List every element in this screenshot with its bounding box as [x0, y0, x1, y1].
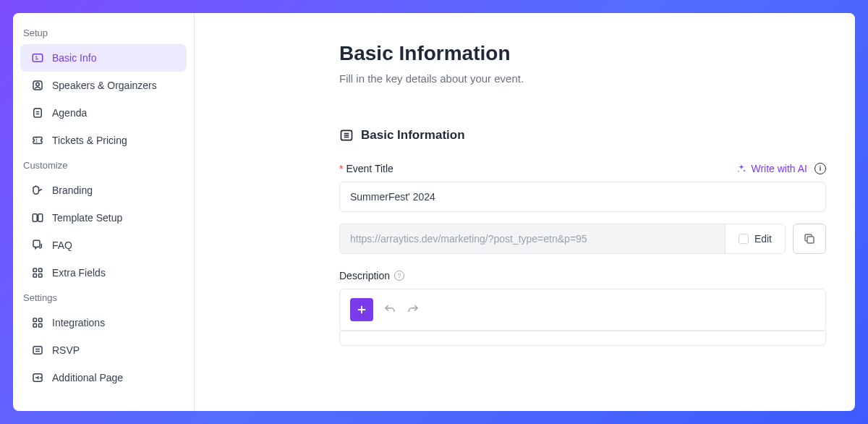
page-icon: [30, 370, 45, 385]
svg-point-2: [36, 82, 40, 86]
sparkle-icon: [736, 164, 746, 174]
agenda-icon: [30, 106, 45, 120]
sidebar-item-label: Template Setup: [52, 212, 122, 224]
sidebar-section-customize: Customize: [20, 154, 187, 177]
description-label: Description: [339, 270, 390, 281]
editor-content-area[interactable]: [339, 331, 826, 346]
sidebar-item-branding[interactable]: Branding: [20, 177, 187, 204]
url-input: [340, 224, 725, 253]
integrations-icon: [30, 315, 45, 330]
sidebar-item-extra-fields[interactable]: Extra Fields: [20, 259, 187, 287]
svg-rect-4: [33, 214, 37, 222]
sidebar-item-label: Extra Fields: [52, 267, 106, 279]
grid-icon: [30, 266, 45, 280]
required-star: *: [339, 163, 343, 174]
description-editor[interactable]: [339, 289, 826, 331]
sidebar: Setup Basic Info Speakers & Orgainzers A…: [13, 13, 195, 411]
page-subtitle: Fill in the key details about your event…: [339, 72, 826, 85]
faq-icon: [30, 238, 45, 253]
copy-button[interactable]: [793, 224, 826, 254]
sidebar-item-agenda[interactable]: Agenda: [20, 99, 187, 127]
write-with-ai-button[interactable]: Write with AI: [736, 163, 807, 174]
svg-rect-8: [33, 274, 37, 278]
edit-checkbox[interactable]: [739, 234, 749, 244]
sidebar-item-label: Additional Page: [52, 372, 123, 383]
sidebar-item-label: Branding: [52, 185, 93, 196]
svg-rect-9: [39, 274, 43, 278]
branding-icon: [30, 183, 45, 198]
help-icon[interactable]: ?: [394, 271, 404, 281]
svg-rect-7: [39, 268, 43, 272]
svg-rect-6: [33, 268, 37, 272]
svg-rect-13: [39, 324, 43, 328]
add-block-button[interactable]: [350, 298, 373, 321]
svg-rect-14: [33, 347, 42, 355]
ticket-icon: [30, 133, 45, 148]
sidebar-item-label: Tickets & Pricing: [52, 135, 127, 146]
section-header: Basic Information: [339, 128, 826, 143]
user-icon: [30, 78, 45, 93]
sidebar-item-basic-info[interactable]: Basic Info: [20, 44, 187, 72]
sidebar-item-integrations[interactable]: Integrations: [20, 309, 187, 336]
sidebar-item-tickets[interactable]: Tickets & Pricing: [20, 127, 187, 154]
main-content: Basic Information Fill in the key detail…: [195, 13, 855, 411]
sidebar-item-label: Basic Info: [52, 52, 96, 64]
template-icon: [30, 211, 45, 225]
sidebar-item-rsvp[interactable]: RSVP: [20, 336, 187, 364]
svg-rect-10: [33, 318, 37, 322]
sidebar-item-label: Agenda: [52, 107, 87, 119]
sidebar-section-setup: Setup: [20, 22, 187, 44]
basic-info-icon: [30, 51, 45, 65]
rsvp-icon: [30, 343, 45, 357]
list-icon: [339, 128, 354, 143]
sidebar-section-settings: Settings: [20, 287, 187, 309]
sidebar-item-faq[interactable]: FAQ: [20, 232, 187, 259]
svg-rect-17: [807, 237, 814, 243]
svg-rect-5: [38, 214, 43, 222]
sidebar-item-label: Speakers & Orgainzers: [52, 80, 157, 91]
sidebar-item-speakers[interactable]: Speakers & Orgainzers: [20, 72, 187, 99]
svg-rect-12: [33, 324, 37, 328]
sidebar-item-template[interactable]: Template Setup: [20, 204, 187, 232]
sidebar-item-label: Integrations: [52, 317, 105, 328]
sidebar-item-additional-page[interactable]: Additional Page: [20, 364, 187, 391]
event-title-input[interactable]: [339, 182, 826, 212]
sidebar-item-label: RSVP: [52, 344, 80, 356]
page-title: Basic Information: [339, 42, 826, 65]
sidebar-item-label: FAQ: [52, 239, 72, 251]
svg-rect-3: [34, 109, 42, 117]
svg-rect-11: [39, 318, 43, 322]
redo-button[interactable]: [407, 303, 420, 316]
copy-icon: [803, 232, 816, 245]
url-edit-button[interactable]: Edit: [725, 224, 785, 253]
section-header-title: Basic Information: [361, 128, 465, 143]
svg-rect-0: [33, 54, 43, 62]
undo-button[interactable]: [383, 303, 396, 316]
info-icon[interactable]: i: [814, 163, 826, 174]
event-title-label: *Event Title: [339, 163, 393, 174]
